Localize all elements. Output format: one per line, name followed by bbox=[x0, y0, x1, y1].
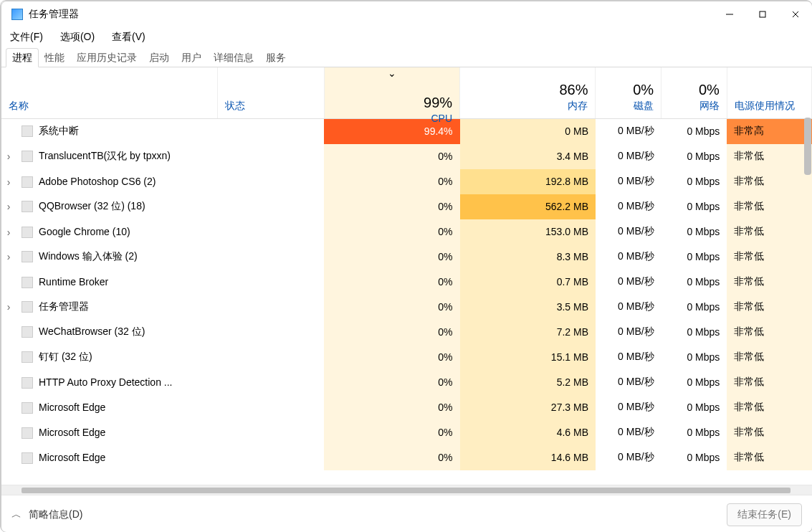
cell-name: ›TranslucentTB(汉化 by tpxxn) bbox=[1, 144, 217, 169]
cell-mem: 562.2 MB bbox=[460, 194, 596, 219]
cell-cpu: 0% bbox=[324, 270, 459, 295]
table-row[interactable]: Microsoft Edge0%14.6 MB0 MB/秒0 Mbps非常低 bbox=[1, 445, 812, 470]
col-mem[interactable]: 86% 内存 bbox=[460, 67, 596, 119]
cell-cpu: 0% bbox=[324, 445, 459, 470]
expand-icon[interactable]: › bbox=[1, 227, 16, 238]
process-name: 系统中断 bbox=[39, 125, 79, 136]
cell-net: 0 Mbps bbox=[661, 320, 727, 345]
expand-icon[interactable]: › bbox=[1, 201, 16, 212]
cell-name: HTTP Auto Proxy Detection ... bbox=[1, 370, 217, 395]
cell-disk: 0 MB/秒 bbox=[596, 119, 661, 144]
cell-net: 0 Mbps bbox=[661, 194, 727, 219]
process-name: Adobe Photoshop CS6 (2) bbox=[39, 176, 156, 188]
col-cpu[interactable]: ⌄ 99% CPU bbox=[324, 67, 459, 119]
close-button[interactable] bbox=[779, 1, 812, 27]
cell-mem: 0.7 MB bbox=[460, 270, 596, 295]
cell-net: 0 Mbps bbox=[661, 370, 727, 395]
cell-status bbox=[217, 445, 324, 470]
tab-2[interactable]: 应用历史记录 bbox=[70, 48, 143, 67]
menu-options[interactable]: 选项(O) bbox=[57, 29, 97, 45]
tab-6[interactable]: 服务 bbox=[259, 48, 292, 67]
vertical-scrollbar[interactable] bbox=[804, 118, 811, 175]
table-row[interactable]: ›Google Chrome (10)0%153.0 MB0 MB/秒0 Mbp… bbox=[1, 219, 812, 244]
details-toggle[interactable]: ︿ 简略信息(D) bbox=[11, 508, 82, 521]
process-name: Google Chrome (10) bbox=[39, 227, 130, 238]
cell-status bbox=[217, 219, 324, 244]
col-name[interactable]: 名称 bbox=[1, 67, 217, 119]
process-icon bbox=[22, 277, 33, 288]
process-name: Runtime Broker bbox=[39, 277, 108, 288]
table-row[interactable]: ›QQBrowser (32 位) (18)0%562.2 MB0 MB/秒0 … bbox=[1, 194, 812, 219]
table-row[interactable]: HTTP Auto Proxy Detection ...0%5.2 MB0 M… bbox=[1, 370, 812, 395]
cell-cpu: 0% bbox=[324, 219, 459, 244]
expand-icon[interactable]: › bbox=[1, 251, 16, 262]
end-task-button[interactable]: 结束任务(E) bbox=[727, 503, 802, 526]
table-row[interactable]: ›Windows 输入体验 (2)0%8.3 MB0 MB/秒0 Mbps非常低 bbox=[1, 244, 812, 270]
cell-net: 0 Mbps bbox=[661, 244, 727, 270]
cell-net: 0 Mbps bbox=[661, 395, 727, 420]
horizontal-scrollbar[interactable] bbox=[1, 485, 812, 495]
cell-status bbox=[217, 194, 324, 219]
cell-net: 0 Mbps bbox=[661, 420, 727, 445]
expand-icon[interactable]: › bbox=[1, 176, 16, 188]
col-mem-summary: 86% bbox=[467, 82, 588, 98]
cell-disk: 0 MB/秒 bbox=[596, 270, 661, 295]
cell-status bbox=[217, 345, 324, 370]
process-icon bbox=[22, 201, 33, 212]
cell-disk: 0 MB/秒 bbox=[596, 295, 661, 320]
col-net[interactable]: 0% 网络 bbox=[661, 67, 727, 119]
expand-icon[interactable]: › bbox=[1, 301, 16, 313]
col-disk[interactable]: 0% 磁盘 bbox=[596, 67, 661, 119]
cell-mem: 153.0 MB bbox=[460, 219, 596, 244]
table-row[interactable]: WeChatBrowser (32 位)0%7.2 MB0 MB/秒0 Mbps… bbox=[1, 320, 812, 345]
cell-name: Microsoft Edge bbox=[1, 445, 217, 470]
menu-file[interactable]: 文件(F) bbox=[7, 29, 46, 45]
col-status[interactable]: 状态 bbox=[217, 67, 324, 119]
cell-power: 非常低 bbox=[727, 244, 811, 270]
cell-name: ›任务管理器 bbox=[1, 295, 217, 320]
col-net-summary: 0% bbox=[669, 82, 720, 98]
table-row[interactable]: ›TranslucentTB(汉化 by tpxxn)0%3.4 MB0 MB/… bbox=[1, 144, 812, 169]
process-name: TranslucentTB(汉化 by tpxxn) bbox=[39, 150, 171, 161]
chevron-up-icon: ︿ bbox=[11, 508, 22, 521]
col-cpu-summary: 99% bbox=[332, 95, 452, 111]
table-row[interactable]: Microsoft Edge0%27.3 MB0 MB/秒0 Mbps非常低 bbox=[1, 395, 812, 420]
cell-cpu: 0% bbox=[324, 395, 459, 420]
horizontal-scrollbar-thumb[interactable] bbox=[22, 488, 790, 493]
minimize-button[interactable] bbox=[713, 1, 746, 27]
app-icon bbox=[11, 9, 23, 20]
process-name: 任务管理器 bbox=[39, 300, 89, 312]
process-icon bbox=[22, 301, 33, 313]
cell-name: ›Google Chrome (10) bbox=[1, 219, 217, 244]
tabs: 进程性能应用历史记录启动用户详细信息服务 bbox=[1, 47, 812, 67]
cell-name: 钉钉 (32 位) bbox=[1, 345, 217, 370]
table-row[interactable]: Runtime Broker0%0.7 MB0 MB/秒0 Mbps非常低 bbox=[1, 270, 812, 295]
cell-mem: 0 MB bbox=[460, 119, 596, 144]
cell-name: Microsoft Edge bbox=[1, 395, 217, 420]
process-icon bbox=[22, 351, 33, 363]
table-row[interactable]: Microsoft Edge0%4.6 MB0 MB/秒0 Mbps非常低 bbox=[1, 420, 812, 445]
col-power-label: 电源使用情况 bbox=[735, 100, 804, 113]
cell-mem: 192.8 MB bbox=[460, 169, 596, 194]
cell-net: 0 Mbps bbox=[661, 144, 727, 169]
cell-power: 非常低 bbox=[727, 370, 811, 395]
cell-power: 非常低 bbox=[727, 144, 811, 169]
tab-1[interactable]: 性能 bbox=[38, 48, 71, 67]
cell-mem: 15.1 MB bbox=[460, 345, 596, 370]
col-power[interactable]: 电源使用情况 bbox=[727, 67, 811, 119]
maximize-button[interactable] bbox=[746, 1, 779, 27]
process-icon bbox=[22, 377, 33, 389]
tab-4[interactable]: 用户 bbox=[175, 48, 208, 67]
menu-view[interactable]: 查看(V) bbox=[109, 29, 148, 45]
tab-5[interactable]: 详细信息 bbox=[207, 48, 260, 67]
table-row[interactable]: ›任务管理器0%3.5 MB0 MB/秒0 Mbps非常低 bbox=[1, 295, 812, 320]
table-row[interactable]: ›Adobe Photoshop CS6 (2)0%192.8 MB0 MB/秒… bbox=[1, 169, 812, 194]
cell-name: ›QQBrowser (32 位) (18) bbox=[1, 194, 217, 219]
table-row[interactable]: 钉钉 (32 位)0%15.1 MB0 MB/秒0 Mbps非常低 bbox=[1, 345, 812, 370]
expand-icon[interactable]: › bbox=[1, 151, 16, 162]
cell-disk: 0 MB/秒 bbox=[596, 320, 661, 345]
tab-0[interactable]: 进程 bbox=[6, 48, 39, 67]
process-icon bbox=[22, 402, 33, 414]
cell-disk: 0 MB/秒 bbox=[596, 395, 661, 420]
tab-3[interactable]: 启动 bbox=[143, 48, 176, 67]
